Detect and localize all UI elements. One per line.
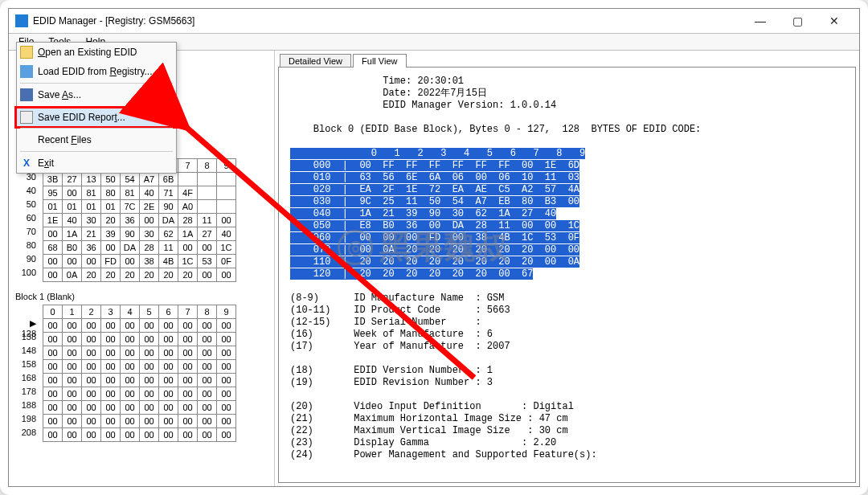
hex-table[interactable]: 0123456789000000000000000000000000000000… <box>43 305 236 442</box>
tabstrip: Detailed View Full View <box>275 51 859 67</box>
menu-open-edid[interactable]: Open an Existing EDID <box>17 43 176 62</box>
block1-label: Block 1 (Blank) <box>10 290 272 305</box>
window-title: EDID Manager - [Registry: GSM5663] <box>33 15 194 27</box>
file-menu-dropdown: Open an Existing EDID Load EDID from Reg… <box>16 42 177 174</box>
maximize-button[interactable]: ▢ <box>779 9 816 33</box>
menu-recent-files[interactable]: Recent Files <box>17 130 176 149</box>
tab-detailed[interactable]: Detailed View <box>280 54 351 68</box>
menu-separator <box>20 106 173 107</box>
menu-save-as[interactable]: Save As... <box>17 85 176 104</box>
menu-separator <box>20 83 173 84</box>
close-x-icon: X <box>20 157 33 170</box>
full-view-pane: Time: 20:30:01 Date: 2022年7月15日 EDID Man… <box>278 67 856 483</box>
report-icon <box>20 111 33 124</box>
minimize-button[interactable]: — <box>742 9 779 33</box>
watermark-text: 黑果魏叔 <box>379 225 508 269</box>
menu-save-report[interactable]: Save EDID Report... <box>16 108 177 127</box>
app-icon <box>15 14 28 27</box>
tab-full[interactable]: Full View <box>353 54 406 68</box>
watermark-icon: ◎ <box>338 230 373 265</box>
close-button[interactable]: ✕ <box>816 9 853 33</box>
menu-separator <box>20 128 173 129</box>
app-window: EDID Manager - [Registry: GSM5663] — ▢ ✕… <box>0 0 868 495</box>
menu-exit[interactable]: X Exit <box>17 153 176 173</box>
menu-load-registry[interactable]: Load EDID from Registry... <box>17 62 176 81</box>
hex-table[interactable]: 01234567893B27135054A76B950081808140714F… <box>43 158 236 282</box>
registry-icon <box>20 65 33 78</box>
watermark: ◎ 黑果魏叔 <box>338 225 508 269</box>
menu-separator <box>20 151 173 152</box>
disk-icon <box>20 88 33 101</box>
titlebar: EDID Manager - [Registry: GSM5663] — ▢ ✕ <box>9 9 859 33</box>
folder-icon <box>20 46 33 59</box>
